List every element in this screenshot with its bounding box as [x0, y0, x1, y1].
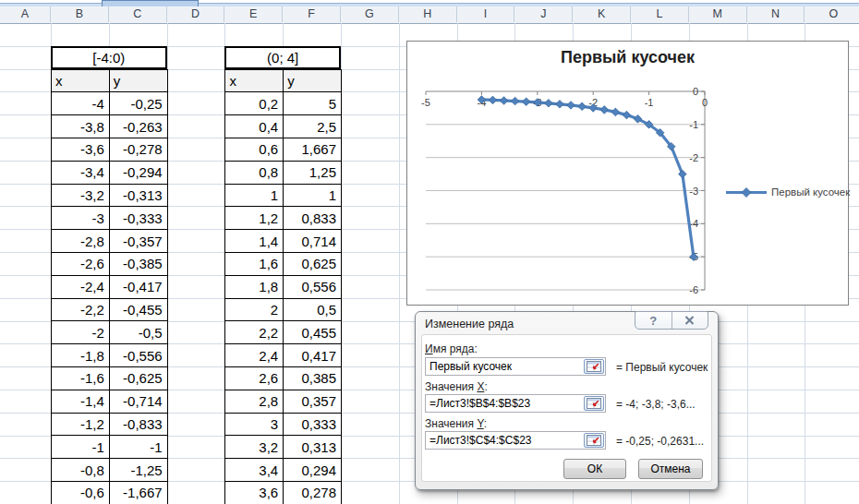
table-cell[interactable]: -3,8 [52, 115, 110, 138]
close-button[interactable] [671, 312, 708, 329]
table-cell[interactable]: 3,4 [225, 459, 284, 482]
range-picker-button[interactable] [584, 433, 604, 448]
table-header-x[interactable]: x [52, 70, 110, 93]
table-cell[interactable]: 0,333 [284, 414, 342, 437]
table-cell[interactable]: 0,417 [284, 344, 342, 367]
series-marker[interactable] [500, 97, 508, 105]
series-marker[interactable] [511, 97, 519, 105]
table-cell[interactable]: -3,4 [52, 162, 110, 185]
table-cell[interactable]: -1,25 [110, 459, 168, 482]
table-header-y[interactable]: y [110, 70, 168, 93]
series-marker[interactable] [623, 111, 631, 119]
table-cell[interactable]: 0,357 [284, 390, 342, 414]
table-cell[interactable]: -0,417 [110, 276, 168, 299]
table-cell[interactable]: 0,5 [284, 299, 342, 322]
table-cell[interactable]: 2,4 [225, 344, 284, 367]
table-cell[interactable]: -1 [110, 436, 168, 459]
range-picker-button[interactable] [584, 396, 604, 411]
series-marker[interactable] [600, 106, 609, 114]
table-cell[interactable]: 2 [225, 299, 284, 322]
table-cell[interactable]: -2,4 [52, 276, 110, 299]
table-cell[interactable]: -0,556 [110, 344, 168, 367]
table-cell[interactable]: 0,556 [284, 276, 342, 299]
table-cell[interactable]: -0,5 [110, 321, 168, 344]
table-cell[interactable]: 0,455 [284, 321, 342, 344]
legend[interactable]: Первый кусочек [725, 185, 850, 199]
table-cell[interactable]: 1 [225, 185, 284, 208]
ok-button[interactable]: ОК [563, 459, 626, 479]
table-cell[interactable]: -0,25 [110, 92, 168, 115]
series-marker[interactable] [522, 98, 530, 106]
table-cell[interactable]: -0,714 [110, 390, 168, 414]
table-cell[interactable]: 1,25 [284, 162, 342, 185]
table-cell[interactable]: 0,278 [284, 482, 342, 504]
cancel-button[interactable]: Отмена [638, 459, 703, 479]
table-cell[interactable]: -1,8 [52, 344, 110, 367]
table-cell[interactable]: 2,8 [225, 390, 284, 414]
series-marker[interactable] [679, 170, 687, 178]
table-cell[interactable]: -1,4 [52, 390, 110, 414]
table-cell[interactable]: -1,6 [52, 367, 110, 390]
table-cell[interactable]: 0,6 [225, 138, 284, 162]
table-title-cell[interactable]: (0; 4] [224, 46, 341, 69]
table-cell[interactable]: 0,4 [225, 115, 284, 138]
table-cell[interactable]: -0,455 [110, 299, 168, 322]
table-cell[interactable]: 1,4 [225, 230, 284, 253]
range-picker-button[interactable] [584, 359, 604, 374]
table-cell[interactable]: -0,385 [110, 253, 168, 276]
y-values-input[interactable] [426, 432, 585, 449]
table-cell[interactable]: -4 [52, 92, 110, 115]
table-cell[interactable]: 1 [284, 185, 342, 208]
series-name-input[interactable] [426, 358, 585, 375]
table-cell[interactable]: -0,313 [110, 185, 168, 208]
table-cell[interactable]: -3,6 [52, 138, 110, 162]
table-cell[interactable]: -0,333 [110, 207, 168, 230]
help-button[interactable]: ? [635, 312, 671, 329]
table-cell[interactable]: 3 [225, 414, 284, 437]
table-cell[interactable]: 3,6 [225, 482, 284, 504]
table-cell[interactable]: 1,2 [225, 207, 284, 230]
table-cell[interactable]: 0,714 [284, 230, 342, 253]
table-cell[interactable]: 0,385 [284, 367, 342, 390]
table-cell[interactable]: 2,6 [225, 367, 284, 390]
table-cell[interactable]: 0,2 [225, 92, 284, 115]
table-cell[interactable]: 0,833 [284, 207, 342, 230]
table-header-x[interactable]: x [225, 70, 284, 93]
table-cell[interactable]: -1 [52, 436, 110, 459]
table-cell[interactable]: 1,667 [284, 138, 342, 162]
table-cell[interactable]: 1,6 [225, 253, 284, 276]
table-cell[interactable]: -3 [52, 207, 110, 230]
series-marker[interactable] [556, 100, 564, 108]
x-values-input[interactable] [426, 395, 585, 412]
table-cell[interactable]: -1,2 [52, 414, 110, 437]
table-cell[interactable]: -2,2 [52, 299, 110, 322]
table-cell[interactable]: 0,313 [284, 436, 342, 459]
table-cell[interactable]: -0,294 [110, 162, 168, 185]
table-cell[interactable]: -2,6 [52, 253, 110, 276]
table-cell[interactable]: -0,833 [110, 414, 168, 437]
table-cell[interactable]: 0,8 [225, 162, 284, 185]
table-cell[interactable]: -2,8 [52, 230, 110, 253]
table-cell[interactable]: -3,2 [52, 185, 110, 208]
series-marker[interactable] [489, 96, 497, 104]
series-marker[interactable] [567, 102, 575, 110]
table-cell[interactable]: -2 [52, 321, 110, 344]
table-cell[interactable]: 1,8 [225, 276, 284, 299]
table-cell[interactable]: 0,625 [284, 253, 342, 276]
table-cell[interactable]: 2,5 [284, 115, 342, 138]
table-cell[interactable]: -0,357 [110, 230, 168, 253]
series-marker[interactable] [545, 99, 553, 107]
table-title-cell[interactable]: [-4:0) [51, 46, 167, 69]
series-line[interactable] [481, 100, 694, 257]
table-cell[interactable]: 5 [284, 92, 342, 115]
table-cell[interactable]: 3,2 [225, 436, 284, 459]
table-cell[interactable]: -0,263 [110, 115, 168, 138]
table-cell[interactable]: 2,2 [225, 321, 284, 344]
series-marker[interactable] [578, 102, 587, 111]
table-cell[interactable]: -0,6 [52, 482, 110, 504]
table-cell[interactable]: -0,278 [110, 138, 168, 162]
chart[interactable]: Первый кусочек -5-4-3-2-100-1-2-3-4-5-6 … [406, 41, 849, 306]
table-cell[interactable]: 0,294 [284, 459, 342, 482]
table-cell[interactable]: -1,667 [110, 482, 168, 504]
table-cell[interactable]: -0,625 [110, 367, 168, 390]
